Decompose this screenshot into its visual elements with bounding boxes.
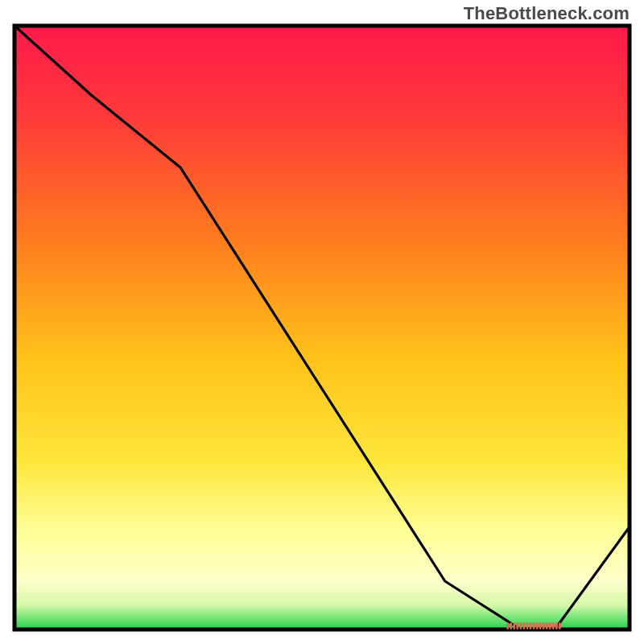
optimal-band-tick (536, 622, 539, 630)
watermark-text: TheBottleneck.com (464, 3, 630, 24)
chart-container: TheBottleneck.com (0, 0, 644, 644)
optimal-band-tick (526, 622, 529, 630)
bottleneck-chart (0, 0, 644, 644)
optimal-band-tick (506, 622, 509, 630)
optimal-band-tick (510, 622, 512, 630)
optimal-band-tick (513, 622, 515, 630)
optimal-band-tick (522, 622, 525, 630)
optimal-band-tick (549, 622, 551, 630)
optimal-band-tick (555, 622, 558, 630)
optimal-band-tick (519, 622, 522, 630)
optimal-band-tick (546, 622, 548, 630)
optimal-band-tick (516, 622, 518, 630)
optimal-band-tick (533, 622, 535, 630)
optimal-band (506, 622, 561, 630)
optimal-band-tick (559, 622, 561, 630)
optimal-band-tick (552, 622, 555, 630)
plot-background (14, 26, 630, 630)
optimal-band-tick (539, 622, 542, 630)
optimal-band-tick (530, 622, 532, 630)
optimal-band-tick (543, 622, 545, 630)
